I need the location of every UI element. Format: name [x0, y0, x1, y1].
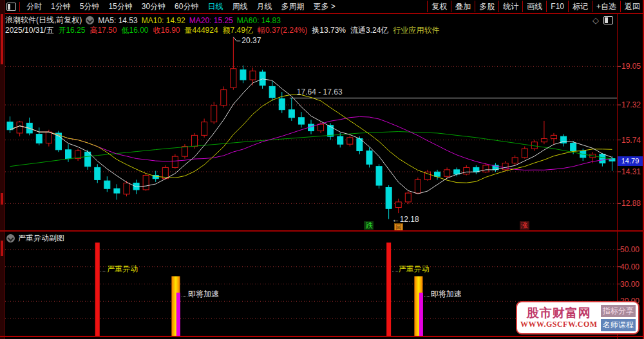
candle	[240, 70, 246, 80]
candle	[512, 158, 518, 163]
candle	[298, 118, 304, 124]
signal-bar-accel2	[419, 293, 423, 336]
candle	[114, 188, 120, 193]
candle	[483, 165, 489, 172]
watermark: 股市财富网 WWW.GSCFW.COM 指标分享 名师课程	[516, 301, 639, 334]
candle	[600, 154, 605, 163]
candle	[143, 176, 149, 190]
candle	[464, 167, 469, 174]
candle	[231, 69, 236, 87]
candle	[192, 135, 198, 146]
candle	[541, 139, 547, 142]
candle	[66, 150, 71, 159]
candle	[386, 187, 392, 208]
candle	[279, 98, 285, 109]
candle	[17, 122, 23, 133]
candle	[395, 202, 401, 208]
watermark-badge-indicator-share: 指标分享	[601, 305, 636, 317]
signal-bar-accel2	[176, 293, 180, 336]
candle	[551, 135, 556, 138]
candle	[104, 181, 110, 188]
candle	[36, 134, 42, 143]
axis-separator-line	[617, 13, 618, 339]
candle	[202, 122, 207, 136]
sub-panel-title: 严重异动副图	[18, 233, 64, 244]
sub-panel-header: 严重异动副图	[6, 233, 64, 244]
candle	[289, 110, 294, 118]
candle	[405, 193, 411, 202]
candle	[46, 132, 52, 143]
candle	[211, 105, 217, 122]
candle	[522, 149, 527, 158]
candle	[435, 172, 440, 176]
candle	[444, 170, 450, 176]
sub-panel-chevron-icon[interactable]	[6, 234, 15, 243]
candle	[124, 183, 129, 194]
signal-bar-warn	[95, 243, 100, 336]
candle	[172, 156, 178, 167]
candlestick-chart[interactable]	[0, 0, 644, 339]
watermark-site-name: 股市财富网	[520, 307, 598, 320]
candle	[95, 167, 100, 179]
candle	[269, 86, 275, 97]
candle	[571, 143, 576, 151]
bottom-border-line	[0, 336, 644, 337]
watermark-badge-courses: 名师课程	[601, 319, 636, 331]
candle	[250, 71, 256, 80]
candle	[454, 170, 460, 174]
signal-bar-warn	[386, 243, 391, 336]
candle	[347, 138, 353, 144]
candle	[502, 163, 508, 170]
candle	[221, 90, 227, 105]
candle	[182, 147, 187, 157]
candle	[85, 152, 91, 166]
candle	[415, 179, 421, 193]
candle	[376, 167, 382, 185]
candle	[318, 124, 324, 131]
panel-separator-line	[0, 230, 644, 232]
candle	[366, 151, 372, 165]
stock-app-window: 分时 1分钟 5分钟 15分钟 30分钟 60分钟 日线 周线 月线 多周期 更…	[0, 0, 644, 339]
watermark-site-url: WWW.GSCFW.COM	[520, 320, 598, 329]
candle	[337, 136, 343, 144]
